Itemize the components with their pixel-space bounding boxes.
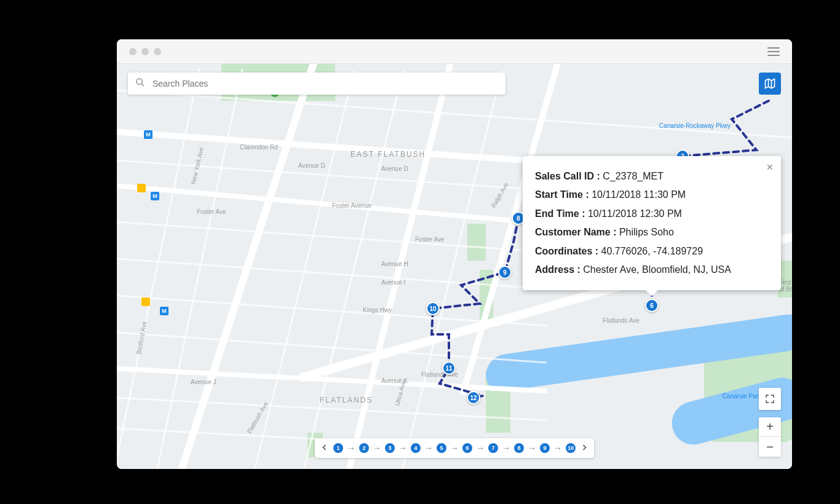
bus-icon bbox=[137, 184, 146, 192]
strip-marker-6[interactable]: 6 bbox=[461, 442, 473, 454]
road-label: Flatlands Ave bbox=[603, 317, 640, 324]
bus-icon bbox=[141, 297, 150, 306]
road-label: Avenue D bbox=[381, 165, 408, 172]
strip-marker-7[interactable]: 7 bbox=[487, 442, 499, 454]
transit-icon: M bbox=[151, 192, 159, 200]
info-value: 40.776026, -74.189729 bbox=[601, 246, 703, 256]
traffic-light-max[interactable] bbox=[154, 48, 161, 55]
browser-window: M M M Clarendon RdAvenue DAvenue DFoster… bbox=[117, 39, 792, 469]
traffic-light-close[interactable] bbox=[129, 48, 137, 55]
strip-marker-2[interactable]: 2 bbox=[358, 442, 370, 454]
arrow-right-icon: → bbox=[373, 443, 381, 453]
strip-prev-button[interactable] bbox=[320, 443, 330, 454]
strip-marker-1[interactable]: 1 bbox=[332, 442, 344, 454]
info-label: Customer Name : bbox=[535, 227, 619, 237]
poi-label: Firstof Br bbox=[779, 279, 792, 293]
transit-icon: M bbox=[144, 130, 153, 139]
arrow-right-icon: → bbox=[347, 443, 355, 453]
road-label: Bedford Ave bbox=[135, 321, 148, 355]
arrow-right-icon: → bbox=[476, 443, 485, 453]
road-label: Avenue H bbox=[381, 261, 408, 267]
strip-marker-10[interactable]: 10 bbox=[565, 442, 577, 454]
map-layers-button[interactable] bbox=[759, 73, 781, 95]
road-label: Avenue J bbox=[191, 379, 216, 385]
road-label: Kings Hwy bbox=[363, 307, 392, 313]
info-label: Address : bbox=[535, 264, 583, 275]
road-label: Foster Ave bbox=[197, 208, 226, 215]
map-icon bbox=[764, 77, 776, 90]
strip-marker-5[interactable]: 5 bbox=[435, 442, 448, 454]
road-label: Avenue D bbox=[298, 162, 325, 169]
info-value: 10/11/2018 12:30 PM bbox=[588, 208, 682, 219]
road-label: Avenue I bbox=[381, 279, 405, 286]
svg-line-1 bbox=[141, 84, 144, 86]
close-icon[interactable]: ✕ bbox=[766, 162, 774, 172]
info-window-tail bbox=[646, 290, 658, 296]
info-row: Coordinates : 40.776026, -74.189729 bbox=[535, 242, 769, 261]
route-marker-12[interactable]: 12 bbox=[467, 391, 480, 404]
poi-label: Canarsie-Rockaway Pkwy bbox=[659, 122, 731, 129]
info-label: End Time : bbox=[535, 208, 588, 219]
arrow-right-icon: → bbox=[502, 443, 510, 453]
search-box bbox=[128, 73, 505, 95]
arrow-right-icon: → bbox=[450, 443, 459, 453]
road-label: Foster Avenue bbox=[332, 202, 371, 209]
strip-next-button[interactable] bbox=[579, 443, 589, 454]
search-input[interactable] bbox=[153, 79, 498, 89]
strip-marker-9[interactable]: 9 bbox=[539, 442, 551, 454]
search-icon bbox=[135, 77, 145, 90]
road-label: Foster Ave bbox=[415, 236, 445, 243]
svg-marker-2 bbox=[766, 79, 775, 89]
info-label: Sales Call ID : bbox=[535, 171, 603, 181]
info-row: Customer Name : Philips Soho bbox=[535, 223, 769, 242]
info-window: ✕ Sales Call ID : C_2378_METStart Time :… bbox=[523, 156, 781, 290]
route-marker-6[interactable]: 6 bbox=[645, 299, 659, 312]
arrow-right-icon: → bbox=[398, 443, 407, 453]
route-marker-11[interactable]: 11 bbox=[442, 361, 456, 375]
hamburger-menu-icon[interactable] bbox=[767, 47, 780, 56]
district-label: EAST FLATBUSH bbox=[351, 150, 426, 159]
info-label: Coordinates : bbox=[535, 246, 601, 256]
zoom-in-button[interactable]: + bbox=[759, 417, 781, 437]
traffic-light-min[interactable] bbox=[141, 48, 149, 55]
traffic-lights bbox=[129, 48, 161, 55]
strip-marker-4[interactable]: 4 bbox=[410, 442, 422, 454]
district-label: FLATLANDS bbox=[320, 396, 373, 404]
arrow-right-icon: → bbox=[528, 443, 536, 453]
arrow-right-icon: → bbox=[424, 443, 433, 453]
info-row: Start Time : 10/11/2018 11:30 PM bbox=[535, 186, 769, 204]
info-label: Start Time : bbox=[535, 189, 592, 200]
info-value: C_2378_MET bbox=[603, 171, 664, 181]
fullscreen-icon bbox=[765, 394, 775, 404]
arrow-right-icon: → bbox=[553, 443, 562, 453]
info-row: Sales Call ID : C_2378_MET bbox=[535, 167, 769, 186]
info-value: Philips Soho bbox=[619, 227, 674, 237]
svg-point-0 bbox=[137, 79, 142, 84]
info-value: Chester Ave, Bloomfield, NJ, USA bbox=[583, 264, 731, 275]
fullscreen-button[interactable] bbox=[759, 388, 781, 410]
map-canvas[interactable]: M M M Clarendon RdAvenue DAvenue DFoster… bbox=[117, 64, 792, 469]
route-marker-10[interactable]: 10 bbox=[426, 302, 440, 315]
strip-marker-8[interactable]: 8 bbox=[513, 442, 525, 454]
zoom-out-button[interactable]: − bbox=[759, 437, 781, 457]
map-controls: + − bbox=[759, 388, 781, 457]
info-row: End Time : 10/11/2018 12:30 PM bbox=[535, 205, 769, 223]
info-value: 10/11/2018 11:30 PM bbox=[592, 189, 686, 200]
chevron-left-icon bbox=[321, 444, 328, 451]
route-marker-9[interactable]: 9 bbox=[498, 266, 512, 279]
poi-label: Canarsie Park bbox=[723, 393, 761, 400]
strip-marker-3[interactable]: 3 bbox=[384, 442, 396, 454]
transit-icon: M bbox=[160, 307, 168, 315]
chevron-right-icon bbox=[580, 444, 588, 451]
road-label: Clarendon Rd bbox=[240, 144, 278, 151]
route-strip: 1→2→3→4→5→6→7→8→9→10 bbox=[315, 438, 594, 458]
info-row: Address : Chester Ave, Bloomfield, NJ, U… bbox=[535, 261, 769, 279]
browser-chrome bbox=[117, 39, 792, 64]
zoom-controls: + − bbox=[759, 417, 781, 457]
